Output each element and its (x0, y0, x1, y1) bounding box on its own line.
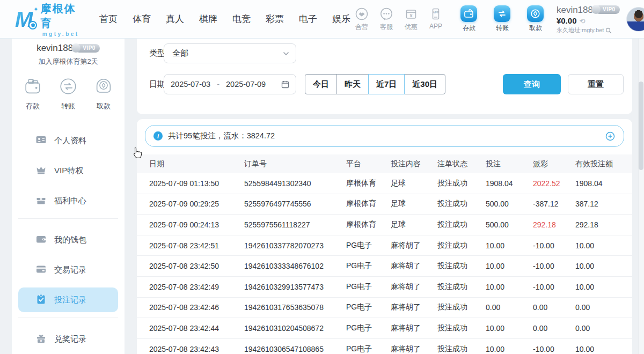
nav-item-4[interactable]: 电竞 (232, 13, 251, 25)
nav-item-1[interactable]: 体育 (133, 13, 151, 25)
cell-payout: 0.00 (533, 324, 575, 333)
welfare-icon (35, 194, 47, 207)
profile-icon (35, 134, 47, 147)
promo-icon: ¥ (404, 7, 418, 21)
quick-links: 合营客服¥优惠APPAPP (350, 7, 447, 32)
cell-order: 5255975561118227 (244, 220, 346, 229)
nav-item-6[interactable]: 电子 (299, 13, 317, 25)
reset-button[interactable]: 重置 (568, 74, 624, 94)
cell-platform: PG电子 (346, 241, 391, 250)
cell-valid: 10.00 (575, 241, 632, 250)
app-quick-link[interactable]: APPAPP (425, 7, 447, 32)
sidebar-item-label: 投注记录 (54, 295, 86, 305)
svg-text:APP: APP (433, 11, 439, 14)
quick-date-last7[interactable]: 近7日 (368, 74, 405, 94)
sidebar-item-welfare[interactable]: 福利中心 (18, 188, 118, 213)
cell-payout: -10.00 (533, 241, 575, 250)
menu-divider (18, 318, 118, 318)
logo-mark-icon: M ✦ ⬟ (15, 7, 36, 32)
sidebar-item-prize-records[interactable]: R兑奖记录 (18, 327, 118, 351)
scrollbar-thumb[interactable] (639, 82, 643, 170)
wallet-action-label: 存款 (463, 24, 475, 33)
logo-title: 摩根体育 (40, 2, 80, 31)
chevron-down-icon (283, 51, 289, 56)
nav-item-7[interactable]: 娱乐 (332, 13, 350, 25)
quick-link-label: 客服 (380, 23, 393, 32)
cell-valid: 1908.04 (575, 179, 632, 188)
refresh-balance-icon[interactable]: ⟲ (579, 18, 585, 25)
magnifier-icon[interactable] (605, 27, 612, 34)
cell-bet: 500.00 (486, 220, 533, 229)
header-cell-5: 投注 (486, 159, 533, 169)
cell-order: 1942610306547108865 (244, 345, 346, 353)
cell-status: 投注成功 (437, 179, 486, 188)
date-from[interactable]: 2025-07-03 (171, 80, 210, 88)
cell-status: 投注成功 (437, 261, 486, 271)
site-logo[interactable]: M ✦ ⬟ 摩根体育 mgty.bet (15, 2, 81, 37)
sidebar-item-label: 兑奖记录 (54, 334, 86, 344)
cell-date: 2025-07-09 01:13:50 (149, 179, 244, 188)
cell-status: 投注成功 (437, 303, 486, 312)
sidebar-item-bet-records[interactable]: 投注记录 (18, 287, 118, 312)
table-row: 2025-07-08 23:42:461942610317653635078PG… (137, 298, 632, 319)
sidebar-item-transactions[interactable]: 交易记录 (18, 257, 118, 282)
balance-amount: ¥0.00 (557, 16, 577, 26)
cell-payout: -10.00 (533, 345, 575, 353)
summary-text: 共计95笔投注，流水：3824.72 (168, 131, 275, 141)
transfer-lg-icon (58, 76, 78, 99)
cell-platform: PG电子 (346, 323, 391, 333)
cell-status: 投注成功 (437, 282, 486, 292)
cell-status: 投注成功 (437, 344, 486, 354)
cell-platform: 摩根体育 (346, 220, 391, 230)
date-range-picker[interactable]: 2025-07-03 - 2025-07-09 (164, 74, 296, 94)
header-cell-6: 派彩 (533, 159, 575, 169)
promo-quick-link[interactable]: ¥优惠 (400, 7, 422, 32)
table-row: 2025-07-08 23:42:501942610333348676102PG… (137, 256, 632, 277)
nav-item-5[interactable]: 彩票 (266, 13, 284, 25)
sidebar-username: kevin188 (36, 43, 73, 54)
expand-plus-icon[interactable] (605, 131, 615, 141)
cell-valid: 0.00 (575, 303, 632, 312)
sidebar-deposit-button[interactable]: 存款 (23, 76, 43, 111)
withdraw-button[interactable]: 取款 (523, 5, 548, 33)
filter-card: 类型: 全部 日期: 2025-07-03 - 2025-07-09 今日昨天近… (137, 39, 632, 114)
side-action-label: 转账 (61, 101, 75, 111)
cell-platform: PG电子 (346, 344, 391, 354)
cell-content: 麻将胡了 (391, 344, 437, 354)
sidebar-transfer-button[interactable]: 转账 (58, 76, 78, 111)
header-cell-3: 投注内容 (391, 159, 437, 169)
sidebar-item-profile[interactable]: 个人资料 (18, 128, 118, 153)
deposit-icon (460, 5, 477, 22)
scrollbar-track[interactable] (638, 39, 644, 354)
quick-date-yesterday[interactable]: 昨天 (336, 74, 369, 94)
sidebar-withdraw-button[interactable]: 取款 (93, 76, 114, 111)
cell-bet: 10.00 (486, 345, 533, 353)
nav-item-0[interactable]: 首页 (99, 13, 118, 25)
sidebar-item-vip[interactable]: VIP特权 (18, 158, 118, 183)
app-icon: APP (429, 7, 443, 21)
cell-order: 1942610310204508672 (244, 324, 346, 333)
service-quick-link[interactable]: 客服 (375, 7, 398, 32)
main-nav: 首页体育真人棋牌电竞彩票电子娱乐 (99, 13, 350, 25)
cell-date: 2025-07-08 23:42:51 (149, 241, 244, 250)
date-to[interactable]: 2025-07-09 (226, 80, 266, 88)
quick-date-last30[interactable]: 近30日 (404, 74, 445, 94)
type-select[interactable]: 全部 (164, 43, 296, 63)
search-button[interactable]: 查询 (503, 74, 561, 94)
joined-text: 加入摩根体育第2天 (38, 57, 98, 67)
user-avatar[interactable] (626, 7, 644, 32)
header-cell-4: 注单状态 (437, 159, 486, 169)
wallet-action-label: 转账 (496, 24, 509, 33)
deposit-button[interactable]: 存款 (457, 5, 481, 33)
transfer-button[interactable]: 转账 (490, 5, 515, 33)
cell-bet: 10.00 (486, 283, 533, 291)
partner-quick-link[interactable]: 合营 (350, 7, 373, 32)
sidebar-item-label: VIP特权 (54, 166, 83, 176)
sidebar-item-label: 我的钱包 (54, 235, 86, 245)
header-cell-2: 平台 (346, 159, 391, 169)
nav-item-2[interactable]: 真人 (166, 13, 184, 25)
nav-item-3[interactable]: 棋牌 (199, 13, 217, 25)
sidebar-item-wallet[interactable]: 我的钱包 (18, 227, 118, 252)
table-row: 2025-07-08 23:42:441942610310204508672PG… (137, 318, 632, 339)
quick-date-today[interactable]: 今日 (305, 74, 337, 94)
